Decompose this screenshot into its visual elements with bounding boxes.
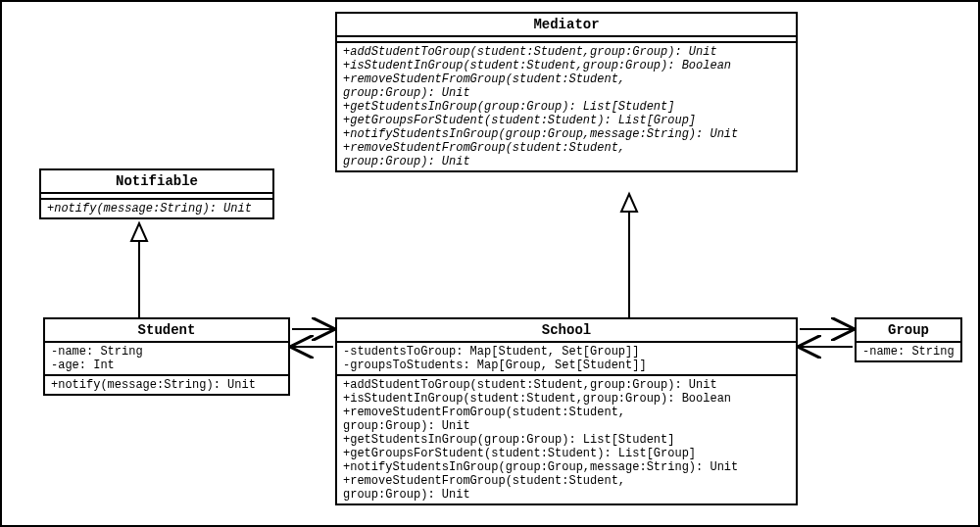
class-notifiable-methods: +notify(message:String): Unit [41,200,272,217]
diagram-frame: Notifiable +notify(message:String): Unit… [0,0,980,527]
class-group-attrs: -name: String [857,343,960,360]
arrowhead-icon [621,194,637,212]
class-student-attrs: -name: String -age: Int [45,343,288,376]
class-student: Student -name: String -age: Int +notify(… [43,317,290,396]
class-school: School -studentsToGroup: Map[Student, Se… [335,317,798,505]
arrowhead-icon [131,223,147,241]
class-school-methods: +addStudentToGroup(student:Student,group… [337,376,796,503]
class-mediator-name: Mediator [337,14,796,37]
class-student-name: Student [45,319,288,343]
class-notifiable: Notifiable +notify(message:String): Unit [39,168,274,219]
class-group: Group -name: String [855,317,962,362]
class-student-methods: +notify(message:String): Unit [45,376,288,394]
class-mediator: Mediator +addStudentToGroup(student:Stud… [335,12,798,172]
class-school-name: School [337,319,796,343]
class-group-name: Group [857,319,960,343]
class-notifiable-name: Notifiable [41,170,272,194]
class-mediator-methods: +addStudentToGroup(student:Student,group… [337,43,796,170]
class-school-attrs: -studentsToGroup: Map[Student, Set[Group… [337,343,796,376]
